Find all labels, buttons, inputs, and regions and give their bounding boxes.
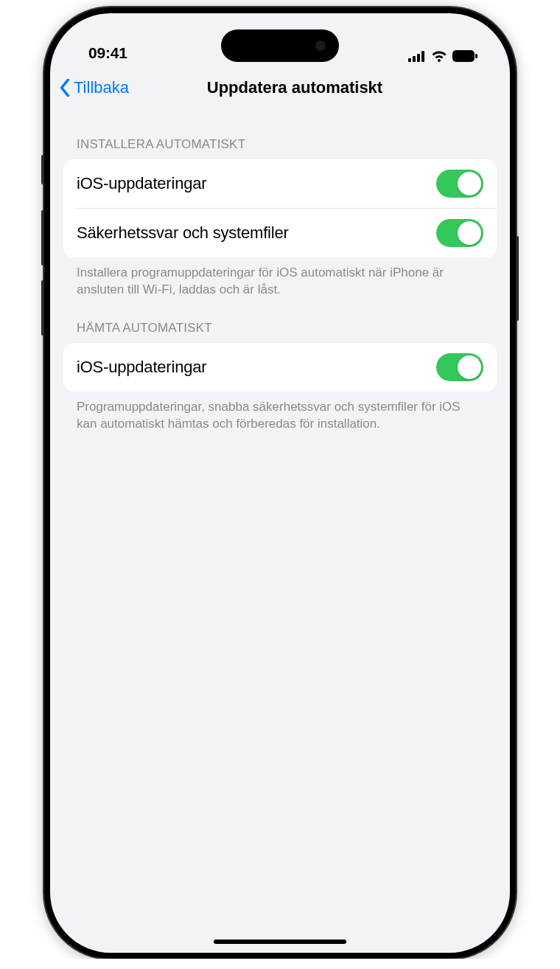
- volume-down-button: [41, 280, 44, 336]
- section-header-install: INSTALLERA AUTOMATISKT: [63, 109, 497, 159]
- cellular-icon: [408, 51, 426, 62]
- back-button[interactable]: Tillbaka: [59, 78, 129, 97]
- svg-rect-5: [475, 54, 477, 58]
- wifi-icon: [431, 50, 447, 62]
- chevron-left-icon: [59, 79, 71, 97]
- svg-rect-2: [417, 54, 420, 62]
- side-button: [41, 155, 44, 184]
- back-label: Tillbaka: [74, 78, 129, 97]
- home-indicator[interactable]: [214, 940, 346, 944]
- svg-rect-3: [421, 51, 424, 62]
- svg-rect-0: [408, 58, 411, 62]
- section-header-download: HÄMTA AUTOMATISKT: [63, 299, 497, 343]
- screen: 09:41: [50, 13, 510, 953]
- dynamic-island: [221, 29, 339, 62]
- list-group-download: iOS-uppdateringar: [63, 343, 497, 392]
- settings-content: INSTALLERA AUTOMATISKT iOS-uppdateringar…: [50, 109, 510, 433]
- section-footer-download: Programuppdateringar, snabba säkerhetssv…: [63, 392, 497, 433]
- row-label: iOS-uppdateringar: [77, 174, 206, 193]
- status-time: 09:41: [88, 44, 127, 62]
- row-ios-updates-install: iOS-uppdateringar: [63, 159, 497, 208]
- row-label: iOS-uppdateringar: [77, 358, 206, 377]
- svg-rect-1: [413, 56, 416, 62]
- row-ios-updates-download: iOS-uppdateringar: [63, 343, 497, 392]
- section-footer-install: Installera programuppdateringar för iOS …: [63, 257, 497, 299]
- row-label: Säkerhetssvar och systemfiler: [77, 223, 289, 243]
- volume-up-button: [41, 210, 44, 265]
- row-security-responses: Säkerhetssvar och systemfiler: [77, 208, 497, 257]
- toggle-ios-updates-download[interactable]: [436, 353, 483, 381]
- toggle-security-responses[interactable]: [436, 219, 483, 247]
- battery-icon: [452, 50, 477, 62]
- phone-frame: 09:41: [44, 7, 516, 959]
- list-group-install: iOS-uppdateringar Säkerhetssvar och syst…: [63, 159, 497, 257]
- toggle-ios-updates-install[interactable]: [436, 170, 483, 198]
- status-icons: [408, 50, 477, 62]
- power-button: [516, 236, 519, 321]
- navigation-bar: Tillbaka Uppdatera automatiskt: [50, 66, 510, 109]
- svg-rect-4: [452, 50, 475, 62]
